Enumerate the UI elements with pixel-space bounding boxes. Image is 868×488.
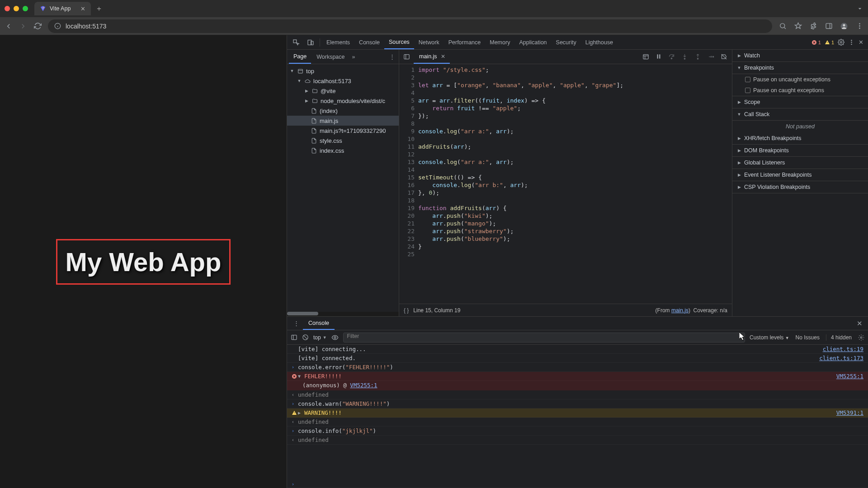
step-icon[interactable] bbox=[708, 53, 714, 60]
deactivate-breakpoints-icon[interactable] bbox=[721, 53, 727, 60]
error-badge[interactable]: 1 bbox=[811, 40, 821, 45]
result-row: ‹undefined bbox=[287, 418, 868, 427]
window-close[interactable] bbox=[5, 6, 10, 11]
watch-section[interactable]: ▶Watch bbox=[732, 50, 868, 62]
site-info-icon[interactable] bbox=[54, 23, 61, 29]
devtools-more-icon[interactable] bbox=[848, 39, 855, 46]
window-minimize[interactable] bbox=[14, 6, 19, 11]
back-button[interactable] bbox=[5, 22, 13, 30]
pretty-print-icon[interactable]: { } bbox=[404, 307, 409, 314]
console-close-icon[interactable]: ✕ bbox=[854, 319, 865, 328]
device-toolbar-icon[interactable] bbox=[303, 39, 318, 46]
devtools-settings-icon[interactable] bbox=[838, 39, 844, 46]
tree-file[interactable]: index.css bbox=[287, 145, 399, 155]
scope-section[interactable]: ▶Scope bbox=[732, 96, 868, 108]
editor-tab-close-icon[interactable]: ✕ bbox=[441, 53, 445, 60]
devtools-tab-console[interactable]: Console bbox=[354, 35, 384, 49]
callstack-section[interactable]: ▼Call Stack bbox=[732, 108, 868, 121]
filter-input[interactable]: Filter bbox=[343, 333, 745, 343]
console-tab[interactable]: Console bbox=[303, 317, 335, 330]
nav-tab-page[interactable]: Page bbox=[289, 50, 311, 64]
toggle-navigator-icon[interactable] bbox=[399, 53, 414, 60]
issues-link[interactable]: No Issues bbox=[796, 334, 820, 341]
tree-folder[interactable]: ▶node_modules/vite/dist/c bbox=[287, 96, 399, 106]
devtools-tab-memory[interactable]: Memory bbox=[485, 35, 514, 49]
url-input[interactable]: localhost:5173 bbox=[48, 19, 772, 33]
tab-close-icon[interactable]: ✕ bbox=[80, 5, 85, 12]
xhr-breakpoints-section[interactable]: ▶XHR/fetch Breakpoints bbox=[732, 132, 868, 145]
devtools-tab-sources[interactable]: Sources bbox=[384, 35, 414, 49]
profile-icon[interactable] bbox=[840, 22, 848, 30]
hidden-count[interactable]: 4 hidden bbox=[826, 334, 852, 341]
new-tab-button[interactable]: ＋ bbox=[95, 4, 103, 14]
devtools-tab-security[interactable]: Security bbox=[552, 35, 581, 49]
console-menu-icon[interactable]: ⋮ bbox=[290, 320, 303, 327]
devtools-tab-performance[interactable]: Performance bbox=[444, 35, 486, 49]
tree-file[interactable]: main.js bbox=[287, 116, 399, 126]
file-icon bbox=[311, 117, 317, 124]
clear-console-icon[interactable] bbox=[302, 334, 309, 341]
source-link[interactable]: main.js bbox=[671, 307, 689, 314]
browser-tab[interactable]: Vite App ✕ bbox=[34, 2, 91, 15]
source-link[interactable]: VM5255:1 bbox=[832, 373, 863, 380]
console-prompt[interactable]: › bbox=[287, 480, 868, 488]
devtools-close-icon[interactable]: ✕ bbox=[859, 39, 863, 46]
tree-file[interactable]: (index) bbox=[287, 106, 399, 116]
tree-top[interactable]: ▼top bbox=[287, 66, 399, 76]
forward-button[interactable] bbox=[19, 22, 27, 30]
tree-host[interactable]: ▼localhost:5173 bbox=[287, 76, 399, 86]
dom-breakpoints-section[interactable]: ▶DOM Breakpoints bbox=[732, 145, 868, 157]
window-maximize[interactable] bbox=[23, 6, 28, 11]
levels-dropdown[interactable]: Custom levels ▼ bbox=[750, 334, 789, 341]
context-selector[interactable]: top▼ bbox=[313, 334, 327, 341]
console-settings-icon[interactable] bbox=[858, 334, 864, 341]
side-panel-icon[interactable] bbox=[825, 22, 833, 30]
source-link[interactable]: VM5255:1 bbox=[350, 382, 377, 389]
devtools: ElementsConsoleSourcesNetworkPerformance… bbox=[287, 35, 868, 488]
source-link[interactable]: VM5391:1 bbox=[832, 409, 863, 416]
breakpoints-section[interactable]: ▼Breakpoints bbox=[732, 62, 868, 74]
extensions-icon[interactable] bbox=[809, 22, 817, 30]
browser-tab-strip: Vite App ✕ ＋ bbox=[0, 0, 868, 17]
devtools-tab-lighthouse[interactable]: Lighthouse bbox=[581, 35, 618, 49]
global-listeners-section[interactable]: ▶Global Listeners bbox=[732, 157, 868, 169]
step-out-icon[interactable] bbox=[694, 53, 701, 60]
live-expression-icon[interactable] bbox=[331, 334, 339, 341]
tree-folder[interactable]: ▶@vite bbox=[287, 86, 399, 96]
csp-breakpoints-section[interactable]: ▶CSP Violation Breakpoints bbox=[732, 181, 868, 193]
reload-button[interactable] bbox=[33, 22, 42, 30]
nav-tab-workspace[interactable]: Workspace bbox=[312, 50, 349, 64]
warning-badge[interactable]: 1 bbox=[825, 40, 834, 45]
folder-icon bbox=[311, 88, 318, 94]
step-into-icon[interactable] bbox=[681, 53, 688, 60]
svg-point-5 bbox=[859, 23, 860, 24]
devtools-tab-network[interactable]: Network bbox=[414, 35, 444, 49]
checkbox-icon[interactable] bbox=[745, 88, 750, 93]
search-icon[interactable] bbox=[778, 22, 787, 30]
menu-icon[interactable] bbox=[855, 22, 863, 30]
tree-file[interactable]: style.css bbox=[287, 136, 399, 145]
nav-menu-icon[interactable]: ⋮ bbox=[386, 53, 399, 60]
checkbox-icon[interactable] bbox=[745, 77, 750, 82]
pause-caught-checkbox[interactable]: Pause on caught exceptions bbox=[732, 85, 868, 96]
source-link[interactable]: client.ts:19 bbox=[818, 346, 863, 352]
event-listener-section[interactable]: ▶Event Listener Breakpoints bbox=[732, 169, 868, 181]
console-sidebar-toggle-icon[interactable] bbox=[291, 334, 297, 341]
inspect-element-icon[interactable] bbox=[289, 39, 303, 46]
tab-overflow-icon[interactable] bbox=[856, 5, 863, 12]
devtools-tab-application[interactable]: Application bbox=[514, 35, 551, 49]
nav-more-icon[interactable]: » bbox=[352, 54, 355, 60]
devtools-tab-elements[interactable]: Elements bbox=[322, 35, 354, 49]
editor-tab[interactable]: main.js✕ bbox=[414, 50, 450, 64]
tab-title: Vite App bbox=[50, 5, 71, 12]
code-editor[interactable]: 1234567891011121314151617181920212223242… bbox=[399, 64, 732, 304]
tree-file[interactable]: main.js?t=171093327290 bbox=[287, 126, 399, 136]
overview-icon[interactable] bbox=[642, 53, 649, 60]
source-link[interactable]: client.ts:173 bbox=[815, 355, 863, 361]
nav-scrollbar[interactable] bbox=[287, 312, 399, 316]
input-row: ›console.warn("WARNING!!!!") bbox=[287, 399, 868, 408]
bookmark-icon[interactable] bbox=[794, 22, 802, 30]
step-over-icon[interactable] bbox=[668, 53, 675, 60]
pause-icon[interactable] bbox=[656, 53, 662, 60]
pause-uncaught-checkbox[interactable]: Pause on uncaught exceptions bbox=[732, 74, 868, 85]
